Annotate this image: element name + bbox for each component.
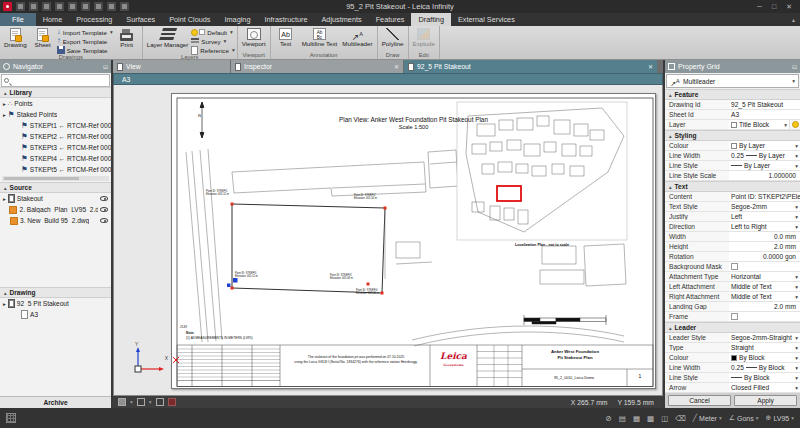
ribbon-tab-adjustments[interactable]: Adjustments: [314, 13, 368, 26]
property-section-styling[interactable]: Styling: [665, 130, 800, 141]
ribbon-tab-features[interactable]: Features: [369, 13, 412, 26]
visibility-eye-icon[interactable]: [100, 218, 108, 223]
dropdown-caret-icon[interactable]: ▾: [784, 122, 787, 128]
import-template-button[interactable]: ↓Import Template: [57, 28, 113, 36]
dropdown-caret-icon[interactable]: ▾: [795, 365, 798, 371]
viewport-button[interactable]: Viewport: [240, 27, 268, 52]
tree-item[interactable]: A3: [0, 309, 111, 320]
line-style-dropdown[interactable]: [137, 398, 145, 406]
property-value[interactable]: By Layer▾: [729, 161, 800, 170]
expander-icon[interactable]: [3, 300, 6, 307]
visibility-eye-icon[interactable]: [100, 196, 108, 201]
save-icon[interactable]: [16, 2, 25, 11]
dropdown-caret-icon[interactable]: ▾: [795, 375, 798, 381]
save-template-button[interactable]: Save Template: [57, 46, 113, 54]
tree-item[interactable]: ⚑STKEPt5 ← RTCM-Ref 0000 (07/10: [0, 164, 111, 175]
coordinate-system-dropdown[interactable]: ⊕LV95▾: [766, 414, 794, 422]
property-value[interactable]: Title Block▾: [729, 120, 789, 129]
drawing-button[interactable]: Drawing: [2, 27, 29, 54]
export-icon[interactable]: [120, 2, 129, 11]
device-icon[interactable]: [94, 2, 103, 11]
property-value[interactable]: 0.25By Block▾: [729, 363, 800, 372]
property-value[interactable]: 0.0 mm: [729, 232, 800, 241]
property-value[interactable]: [729, 262, 800, 271]
grid-settings-icon[interactable]: [6, 413, 16, 423]
maximize-icon[interactable]: □: [772, 3, 776, 11]
view-tab-view[interactable]: View: [113, 60, 230, 73]
snap-toggle-icon[interactable]: [168, 398, 176, 406]
section-drawing[interactable]: Drawing: [0, 287, 111, 298]
polyline-button[interactable]: Polyline: [380, 27, 406, 52]
property-value[interactable]: 0.25By Layer▾: [729, 151, 800, 160]
navigator-search[interactable]: [1, 74, 110, 87]
ribbon-tab-home[interactable]: Home: [36, 13, 69, 26]
section-library[interactable]: Library: [0, 87, 111, 98]
property-value[interactable]: Horizontal▾: [729, 272, 800, 281]
ribbon-tab-drafting[interactable]: Drafting: [411, 13, 451, 26]
sheet-subtab-a3[interactable]: A3: [113, 73, 663, 85]
drawing-sheet[interactable]: N Plan View: Anker West Foundation Pit S…: [171, 93, 656, 389]
ribbon-collapse-icon[interactable]: ▴: [792, 16, 795, 23]
minimize-icon[interactable]: ─: [757, 3, 762, 11]
property-section-feature[interactable]: Feature: [665, 89, 800, 100]
archive-icon[interactable]: [81, 2, 90, 11]
tree-item[interactable]: Stakeout: [0, 193, 111, 204]
ribbon-tab-point-clouds[interactable]: Point Clouds: [162, 13, 217, 26]
dropdown-caret-icon[interactable]: ▾: [795, 163, 798, 169]
settings-icon[interactable]: [68, 2, 77, 11]
dropdown-caret-icon[interactable]: ▾: [795, 294, 798, 300]
close-icon[interactable]: ✕: [786, 3, 792, 11]
tree-item[interactable]: ⚑STKEPt4 ← RTCM-Ref 0000 (07/10: [0, 153, 111, 164]
property-section-leader[interactable]: Leader: [665, 322, 800, 333]
ribbon-tab-imaging[interactable]: Imaging: [218, 13, 258, 26]
tree-item[interactable]: ⚑STKEPt2 ← RTCM-Ref 0000 (07/10: [0, 131, 111, 142]
dropdown-caret-icon[interactable]: ▾: [795, 284, 798, 290]
tree-item[interactable]: ∴Points: [0, 98, 111, 109]
undo-icon[interactable]: [29, 2, 38, 11]
expander-icon[interactable]: [3, 111, 6, 118]
drawing-canvas[interactable]: N Plan View: Anker West Foundation Pit S…: [113, 85, 663, 396]
property-value[interactable]: Left▾: [729, 212, 800, 221]
export-template-button[interactable]: ↑Export Template: [57, 37, 113, 45]
text-button[interactable]: AbText: [273, 27, 299, 52]
property-value[interactable]: Middle of Text▾: [729, 282, 800, 291]
ribbon-tab-surfaces[interactable]: Surfaces: [119, 13, 162, 26]
visibility-eye-icon[interactable]: [100, 207, 108, 212]
property-value[interactable]: 2.0 mm: [729, 242, 800, 251]
dropdown-caret-icon[interactable]: ▾: [795, 143, 798, 149]
delete-icon[interactable]: ⌫: [675, 414, 686, 423]
fill-style-dropdown[interactable]: [118, 398, 126, 406]
object-type-selector[interactable]: ↗A Multileader ▾: [666, 74, 799, 88]
property-section-text[interactable]: Text: [665, 181, 800, 192]
dropdown-caret-icon[interactable]: ▾: [795, 274, 798, 280]
property-value[interactable]: Straight▾: [729, 343, 800, 352]
apply-button[interactable]: Apply: [734, 395, 797, 406]
tree-item[interactable]: 2. Balgach_Plan_LV95_2.dwg: [0, 204, 111, 215]
section-source[interactable]: Source: [0, 182, 111, 193]
ribbon-tab-processing[interactable]: Processing: [69, 13, 119, 26]
dropdown-caret-icon[interactable]: ▾: [795, 335, 798, 341]
print-button[interactable]: Print: [114, 27, 140, 54]
ribbon-tab-file[interactable]: File: [0, 13, 36, 26]
multileader-button[interactable]: ↗AMultileader: [340, 27, 374, 52]
survey-button[interactable]: Survey: [191, 37, 234, 45]
angle-units-dropdown[interactable]: ∠Gons▾: [729, 414, 759, 422]
leica-logo-icon[interactable]: [3, 2, 12, 11]
grid-toggle-icon[interactable]: [156, 398, 164, 406]
checkbox[interactable]: [731, 313, 738, 320]
grid-icon[interactable]: ▦: [633, 414, 640, 423]
view-tab-92_5-pit-stakeout[interactable]: 92_5 Pit Stakeout✕: [404, 60, 657, 73]
dropdown-caret-icon[interactable]: ▾: [795, 345, 798, 351]
dropdown-caret-icon[interactable]: ▾: [795, 385, 798, 391]
property-value[interactable]: By Block▾: [729, 373, 800, 382]
close-tab-icon[interactable]: ✕: [394, 63, 399, 70]
dropdown-caret-icon[interactable]: ▾: [795, 224, 798, 230]
tree-item[interactable]: 3. New_Build 95_2.dwg: [0, 215, 111, 226]
layer-visibility-bulb-icon[interactable]: [792, 121, 799, 128]
hatch-icon[interactable]: ▩: [647, 414, 654, 423]
ribbon-tab-external-services[interactable]: External Services: [451, 13, 522, 26]
expander-icon[interactable]: [3, 195, 6, 202]
default-button[interactable]: Default: [191, 28, 234, 36]
dropdown-caret-icon[interactable]: ▾: [795, 204, 798, 210]
property-value[interactable]: By Block▾: [729, 353, 800, 362]
